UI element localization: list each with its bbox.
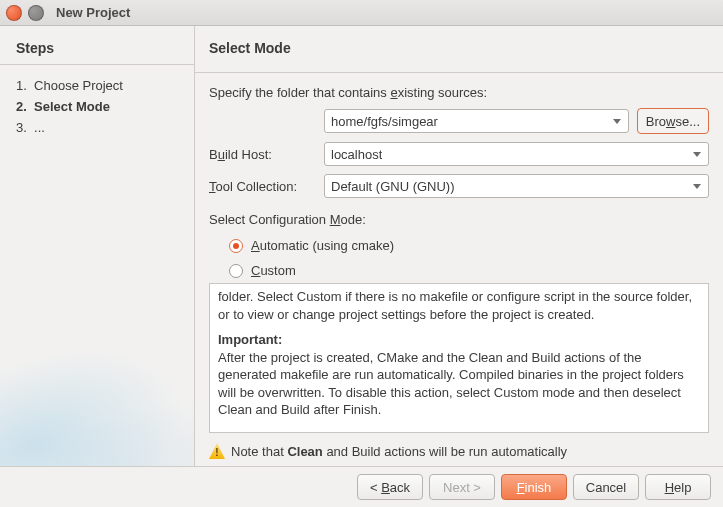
info-important: Important: <box>218 332 282 347</box>
info-p1: folder. Select Custom if there is no mak… <box>218 288 700 323</box>
browse-button[interactable]: Browse... <box>637 108 709 134</box>
step-num: 3. <box>16 120 27 135</box>
close-icon[interactable] <box>6 5 22 21</box>
steps-panel: Steps 1. Choose Project 2. Select Mode 3… <box>0 26 195 466</box>
finish-button[interactable]: Finish <box>501 474 567 500</box>
cancel-button[interactable]: Cancel <box>573 474 639 500</box>
step-label: Choose Project <box>34 78 123 93</box>
step-num: 2. <box>16 99 27 114</box>
step-num: 1. <box>16 78 27 93</box>
build-host-combo[interactable]: localhost <box>324 142 709 166</box>
footer: < Back Next > Finish Cancel Help <box>0 466 723 507</box>
note-text: Note that Clean and Build actions will b… <box>231 444 567 459</box>
step-choose-project: 1. Choose Project <box>16 75 182 96</box>
divider <box>0 64 194 65</box>
radio-automatic-label: Automatic (using cmake) <box>251 238 394 253</box>
note-row: ! Note that Clean and Build actions will… <box>209 443 709 459</box>
main-panel: Select Mode Specify the folder that cont… <box>195 26 723 466</box>
radio-automatic[interactable]: Automatic (using cmake) <box>229 238 709 253</box>
content: Steps 1. Choose Project 2. Select Mode 3… <box>0 26 723 466</box>
divider <box>195 72 723 73</box>
back-button[interactable]: < Back <box>357 474 423 500</box>
warning-icon: ! <box>209 443 225 459</box>
window-title: New Project <box>56 5 130 20</box>
next-button: Next > <box>429 474 495 500</box>
radio-custom-label: Custom <box>251 263 296 278</box>
folder-prompt: Specify the folder that contains existin… <box>209 85 709 100</box>
tool-collection-value: Default (GNU (GNU)) <box>331 179 455 194</box>
step-ellipsis: 3. ... <box>16 117 182 138</box>
step-label: Select Mode <box>34 99 110 114</box>
info-p2: After the project is created, CMake and … <box>218 350 684 418</box>
build-host-value: localhost <box>331 147 382 162</box>
step-select-mode: 2. Select Mode <box>16 96 182 117</box>
folder-combo[interactable]: home/fgfs/simgear <box>324 109 629 133</box>
help-button[interactable]: Help <box>645 474 711 500</box>
tool-collection-label: Tool Collection: <box>209 179 324 194</box>
radio-custom[interactable]: Custom <box>229 263 709 278</box>
radio-on-icon <box>229 239 243 253</box>
tool-collection-combo[interactable]: Default (GNU (GNU)) <box>324 174 709 198</box>
step-label: ... <box>34 120 45 135</box>
info-textarea[interactable]: folder. Select Custom if there is no mak… <box>209 283 709 433</box>
minimize-icon[interactable] <box>28 5 44 21</box>
radio-off-icon <box>229 264 243 278</box>
titlebar: New Project <box>0 0 723 26</box>
panel-title: Select Mode <box>209 40 709 56</box>
build-host-label: Build Host: <box>209 147 324 162</box>
steps-heading: Steps <box>16 40 182 56</box>
config-mode-label: Select Configuration Mode: <box>209 212 709 227</box>
folder-value: home/fgfs/simgear <box>331 114 438 129</box>
